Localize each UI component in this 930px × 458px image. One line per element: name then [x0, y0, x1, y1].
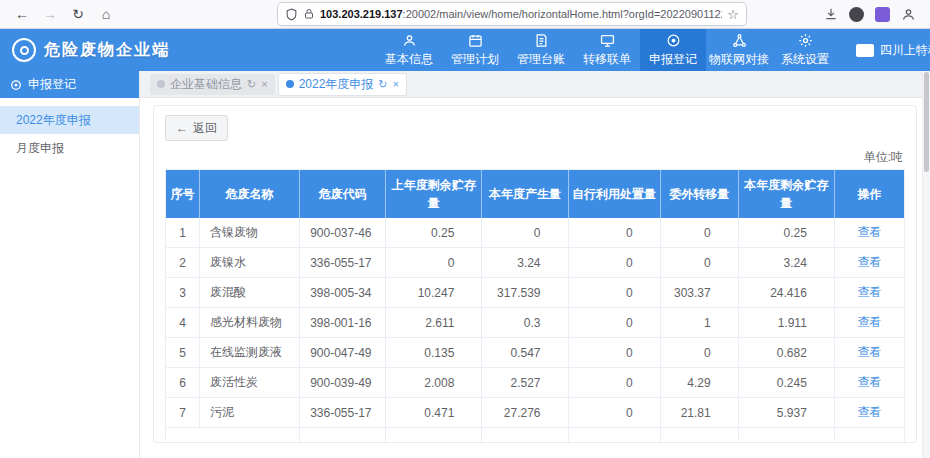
browser-home-icon[interactable]: ⌂	[94, 2, 118, 26]
tracking-shield-icon[interactable]	[285, 8, 298, 21]
browser-refresh-icon[interactable]: ↻	[66, 2, 90, 26]
sidebar-item-1[interactable]: 月度申报	[0, 134, 139, 162]
nav-item-id-card[interactable]: 基本信息	[376, 29, 442, 71]
nav-item-label: 转移联单	[583, 51, 631, 68]
back-arrow-icon: ←	[176, 121, 188, 135]
cell: 废镍水	[200, 248, 300, 278]
nav-item-gear[interactable]: 系统设置	[772, 29, 838, 71]
column-header-3: 上年度剩余贮存量	[386, 170, 482, 219]
table-row: 3废混酸398-005-3410.247317.5390303.3724.416…	[166, 278, 905, 308]
tab-status-dot	[157, 80, 165, 88]
cell-empty	[834, 428, 904, 444]
cell: 900-039-49	[300, 368, 386, 398]
cell: 0	[568, 278, 660, 308]
cell: 303.37	[660, 278, 738, 308]
cell: 3	[166, 278, 200, 308]
column-header-6: 委外转移量	[660, 170, 738, 219]
cell: 废混酸	[200, 278, 300, 308]
url-path: :20002/main/view/home/horizontalHome.htm…	[403, 8, 723, 20]
bookmark-star-icon[interactable]: ☆	[727, 7, 739, 22]
nav-item-label: 管理台账	[517, 51, 565, 68]
cell: 废活性炭	[200, 368, 300, 398]
view-link[interactable]: 查看	[857, 345, 881, 359]
nav-item-monitor[interactable]: 转移联单	[574, 29, 640, 71]
user-org-icon	[856, 44, 874, 57]
gear-icon	[798, 33, 813, 48]
sidebar-header: 申报登记	[0, 71, 139, 98]
cell: 4	[166, 308, 200, 338]
scrollbar-thumb[interactable]	[924, 72, 929, 172]
cell: 1	[166, 218, 200, 248]
tab-1[interactable]: 2022年度申报↻×	[279, 74, 406, 95]
total-value-cell: 0	[568, 428, 660, 444]
sidebar-menu: 2022年度申报月度申报	[0, 98, 139, 162]
content: ← 返回 单位:吨 序号危废名称危废代码上年度剩余贮存量本年度产生量自行利用处置…	[140, 98, 930, 458]
view-link[interactable]: 查看	[857, 225, 881, 239]
user-name: 四川上特科	[880, 42, 930, 59]
nav-item-label: 管理计划	[451, 51, 499, 68]
view-link[interactable]: 查看	[857, 405, 881, 419]
circle-dot-icon	[10, 79, 22, 91]
nav-item-network[interactable]: 物联网对接	[706, 29, 772, 71]
extension-square-icon[interactable]	[875, 7, 890, 22]
column-header-5: 自行利用处置量	[568, 170, 660, 219]
tab-label: 2022年度申报	[299, 76, 374, 93]
view-link[interactable]: 查看	[857, 315, 881, 329]
tab-close-icon[interactable]: ×	[393, 78, 399, 90]
nav-item-label: 系统设置	[781, 51, 829, 68]
network-icon	[732, 33, 747, 48]
tab-0[interactable]: 企业基础信息↻×	[150, 74, 275, 95]
app-title: 危险废物企业端	[44, 40, 170, 61]
download-icon[interactable]	[824, 7, 838, 21]
table-header-row: 序号危废名称危废代码上年度剩余贮存量本年度产生量自行利用处置量委外转移量本年度剩…	[166, 170, 905, 219]
main-area: 申报登记 2022年度申报月度申报 企业基础信息↻×2022年度申报↻× ← 返…	[0, 71, 930, 458]
sidebar-item-0[interactable]: 2022年度申报	[0, 106, 139, 134]
cell: 0.547	[482, 338, 568, 368]
cell: 0	[482, 218, 568, 248]
url-bar[interactable]: 103.203.219.137 :20002/main/view/home/ho…	[278, 3, 746, 25]
cell: 在线监测废液	[200, 338, 300, 368]
nav-item-target[interactable]: 申报登记	[640, 29, 706, 71]
view-link[interactable]: 查看	[857, 375, 881, 389]
total-label-cell: 合计	[166, 428, 300, 444]
cell: 24.416	[738, 278, 834, 308]
nav-item-label: 申报登记	[649, 51, 697, 68]
cell: 336-055-17	[300, 248, 386, 278]
cell-empty	[300, 428, 386, 444]
account-profile-icon[interactable]	[901, 7, 916, 22]
browser-back-icon[interactable]: ←	[10, 2, 34, 26]
action-cell: 查看	[834, 398, 904, 428]
column-header-0: 序号	[166, 170, 200, 219]
nav-item-calendar[interactable]: 管理计划	[442, 29, 508, 71]
cell: 0.3	[482, 308, 568, 338]
tab-refresh-icon[interactable]: ↻	[247, 78, 256, 91]
tab-close-icon[interactable]: ×	[261, 78, 267, 90]
cell: 10.247	[386, 278, 482, 308]
cell: 0	[568, 368, 660, 398]
page-scrollbar[interactable]	[922, 71, 930, 458]
column-header-2: 危废代码	[300, 170, 386, 219]
cell: 3.24	[738, 248, 834, 278]
cell: 7	[166, 398, 200, 428]
action-cell: 查看	[834, 248, 904, 278]
tab-bar: 企业基础信息↻×2022年度申报↻×	[140, 71, 930, 98]
view-link[interactable]: 查看	[857, 255, 881, 269]
back-button[interactable]: ← 返回	[165, 115, 228, 141]
view-link[interactable]: 查看	[857, 285, 881, 299]
nav-item-label: 基本信息	[385, 51, 433, 68]
url-domain: 103.203.219.137	[320, 8, 403, 20]
cell: 3.24	[482, 248, 568, 278]
user-info[interactable]: 四川上特科	[838, 29, 930, 71]
cell: 398-005-34	[300, 278, 386, 308]
tab-refresh-icon[interactable]: ↻	[378, 78, 387, 91]
table-row: 7污泥336-055-170.47127.276021.815.937查看	[166, 398, 905, 428]
cell: 0.245	[738, 368, 834, 398]
cell: 0.471	[386, 398, 482, 428]
nav-item-ledger[interactable]: 管理台账	[508, 29, 574, 71]
browser-forward-icon[interactable]: →	[38, 2, 62, 26]
url-text: 103.203.219.137 :20002/main/view/home/ho…	[320, 8, 722, 20]
back-label: 返回	[193, 120, 217, 137]
action-cell: 查看	[834, 278, 904, 308]
waste-declaration-table: 序号危废名称危废代码上年度剩余贮存量本年度产生量自行利用处置量委外转移量本年度剩…	[165, 169, 905, 443]
extension-circle-icon[interactable]	[849, 7, 864, 22]
